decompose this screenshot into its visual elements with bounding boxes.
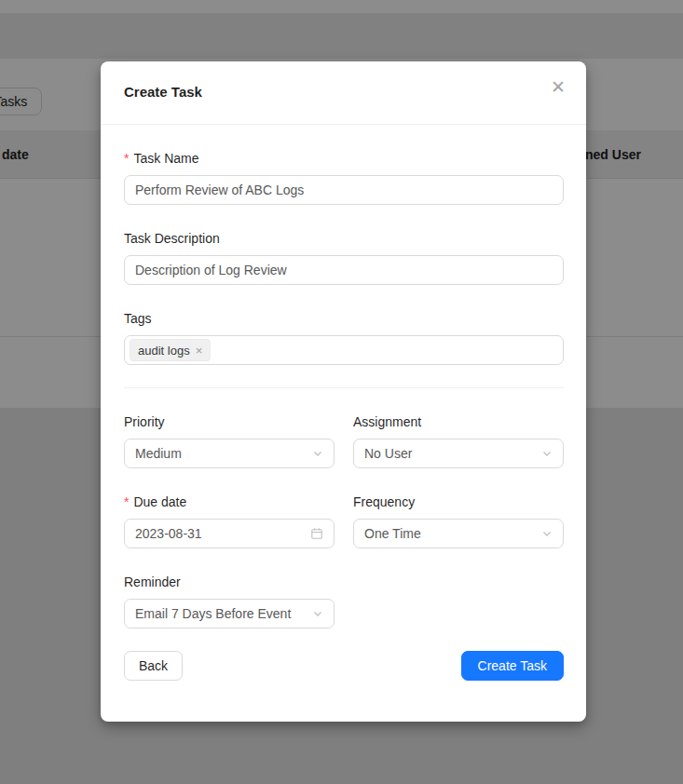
tags-label: Tags <box>124 309 564 328</box>
calendar-icon <box>310 527 323 540</box>
assignment-label: Assignment <box>353 412 564 431</box>
modal-header: Create Task ✕ <box>101 61 586 125</box>
task-description-input[interactable]: Description of Log Review <box>124 255 564 285</box>
frequency-label: Frequency <box>353 493 564 511</box>
tags-input[interactable]: audit logs × <box>124 335 564 365</box>
priority-label: Priority <box>124 412 335 431</box>
priority-value: Medium <box>135 446 182 461</box>
reminder-select[interactable]: Email 7 Days Before Event <box>124 599 335 629</box>
modal-title: Create Task <box>124 84 202 100</box>
due-date-value: 2023-08-31 <box>135 526 202 541</box>
chevron-down-icon <box>541 528 553 539</box>
chevron-down-icon <box>312 448 323 459</box>
task-description-label: Task Description <box>124 229 564 248</box>
chevron-down-icon <box>312 608 323 619</box>
task-name-value: Perform Review of ABC Logs <box>135 182 304 197</box>
reminder-label: Reminder <box>124 573 335 591</box>
task-description-value: Description of Log Review <box>135 263 287 277</box>
tag-remove-icon[interactable]: × <box>196 345 203 357</box>
task-name-label: * Task Name <box>124 149 564 168</box>
assignment-value: No User <box>364 446 412 461</box>
assignment-select[interactable]: No User <box>353 439 564 468</box>
modal-body: * Task Name Perform Review of ABC Logs T… <box>101 149 586 681</box>
back-button[interactable]: Back <box>124 651 183 681</box>
due-date-input[interactable]: 2023-08-31 <box>124 519 335 548</box>
close-icon[interactable]: ✕ <box>547 74 569 100</box>
tag-chip-text: audit logs <box>138 344 190 358</box>
frequency-select[interactable]: One Time <box>353 519 564 548</box>
create-task-modal: Create Task ✕ * Task Name Perform Review… <box>101 61 586 722</box>
create-task-button[interactable]: Create Task <box>461 651 564 681</box>
task-name-input[interactable]: Perform Review of ABC Logs <box>124 175 564 205</box>
chevron-down-icon <box>541 448 553 459</box>
required-asterisk: * <box>124 493 129 511</box>
due-date-label: * Due date <box>124 493 335 511</box>
priority-select[interactable]: Medium <box>124 439 335 468</box>
reminder-value: Email 7 Days Before Event <box>135 606 291 621</box>
modal-footer: Back Create Task <box>124 651 564 681</box>
required-asterisk: * <box>124 149 129 168</box>
frequency-value: One Time <box>364 526 421 541</box>
tag-chip: audit logs × <box>130 339 211 361</box>
